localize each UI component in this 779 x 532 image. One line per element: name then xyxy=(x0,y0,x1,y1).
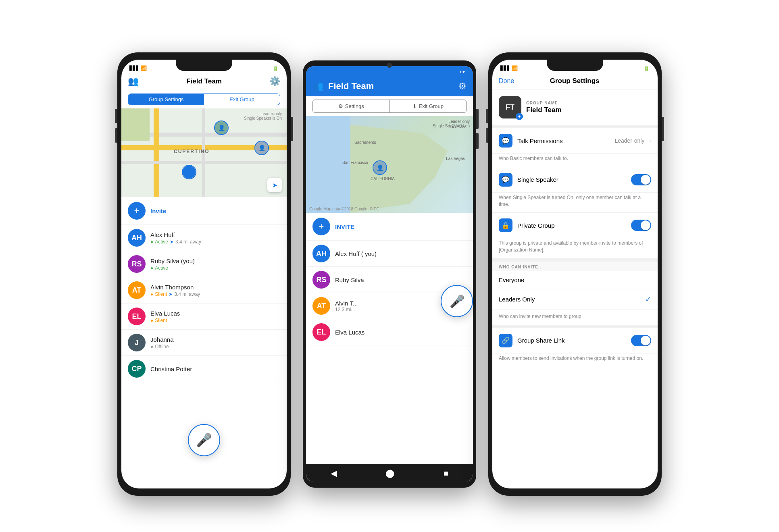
invite-row[interactable]: + Invite xyxy=(121,197,287,225)
everyone-label: Everyone xyxy=(499,276,524,283)
android-info-elva: Elva Lucas xyxy=(335,329,467,336)
talk-permissions-section: 💬 Talk Permissions Leader-only › Who Bas… xyxy=(492,128,658,167)
chevron-icon: › xyxy=(649,137,651,144)
android-home-btn[interactable]: ⬤ xyxy=(385,468,394,478)
header-title: Field Team xyxy=(186,77,222,85)
leaders-only-option[interactable]: Leaders Only ✓ xyxy=(492,289,658,310)
screenshot-container: ▋▋▋ 📶 🔋 👥 Field Team ⚙️ Group Settings E… xyxy=(8,8,771,532)
member-name-alvin: Alvin Thompson xyxy=(150,284,280,291)
android-settings-tab[interactable]: ⚙ Settings xyxy=(313,100,390,112)
android-settings-icon[interactable]: ⚙ xyxy=(458,81,467,91)
member-row[interactable]: EL Elva Lucas ● Silent xyxy=(121,303,287,330)
signal-icon: ▋▋▋ xyxy=(129,66,139,71)
settings-status-left: ▋▋▋ 📶 xyxy=(500,65,518,71)
share-link-row[interactable]: 🔗 Group Share Link xyxy=(492,328,658,353)
settings-volume-down[interactable] xyxy=(486,128,488,143)
status-text-3: Offline xyxy=(155,344,169,349)
avatar-christina: CP xyxy=(128,360,146,378)
member-row[interactable]: RS Ruby Silva (you) ● Active xyxy=(121,251,287,277)
android-exit-label: Exit Group xyxy=(419,103,444,109)
android-recents-btn[interactable]: ■ xyxy=(444,469,448,478)
battery-icon: 🔋 xyxy=(273,66,279,71)
distance-text: 3.4 mi away xyxy=(175,239,201,245)
wifi-icon: 📶 xyxy=(140,65,147,71)
android-badge-line2: Single Speaker is on xyxy=(433,124,470,128)
android-invite-row[interactable]: + INVITE xyxy=(306,213,473,241)
single-speaker-row[interactable]: 💬 Single Speaker xyxy=(492,167,658,193)
mic-overlay[interactable]: 🎤 xyxy=(188,424,220,456)
android-segment-control[interactable]: ⚙ Settings ⬇ Exit Group xyxy=(312,100,467,113)
share-link-section: 🔗 Group Share Link Allow members to send… xyxy=(492,328,658,367)
android-member-row-elva[interactable]: EL Elva Lucas xyxy=(306,319,473,345)
settings-wifi: 📶 xyxy=(511,65,518,71)
talk-permissions-icon: 💬 xyxy=(499,134,512,148)
done-button[interactable]: Done xyxy=(499,77,514,85)
everyone-option[interactable]: Everyone xyxy=(492,271,658,289)
member-name-alex: Alex Huff xyxy=(150,231,280,238)
group-avatar[interactable]: FT + xyxy=(499,96,521,118)
segment-control[interactable]: Group Settings Exit Group xyxy=(128,94,280,105)
group-name-value[interactable]: Field Team xyxy=(526,106,651,114)
california-label: CALIFORNIA xyxy=(371,177,395,181)
member-row[interactable]: AH Alex Huff ● Active ➤ 3.4 mi away xyxy=(121,225,287,251)
android-app-header: 👥 Field Team ⚙ xyxy=(306,76,473,96)
location-button[interactable]: ➤ xyxy=(267,178,282,192)
android-avatar-elva: EL xyxy=(312,323,330,341)
volume-up-button[interactable] xyxy=(115,109,117,123)
talk-permissions-label: Talk Permissions xyxy=(517,137,610,144)
phone-1-screen: ▋▋▋ 📶 🔋 👥 Field Team ⚙️ Group Settings E… xyxy=(121,60,287,488)
avatar-alvin: AT xyxy=(128,281,146,299)
checkmark-icon: ✓ xyxy=(645,295,651,304)
app-header: 👥 Field Team ⚙️ xyxy=(121,73,287,90)
android-member-row-alex[interactable]: AH Alex Huff ( you) xyxy=(306,241,473,267)
phone-2-android: ▪ ▾ 👥 Field Team ⚙ ⚙ Settings ⬇ Exit Gro… xyxy=(303,60,476,488)
talk-permissions-desc: Who Basic members can talk to. xyxy=(492,154,658,167)
share-link-icon: 🔗 xyxy=(499,334,512,347)
android-status-right: ▪ ▾ xyxy=(460,69,465,75)
phone-3-settings: ▋▋▋ 📶 🔋 Done Group Settings FT + xyxy=(488,52,662,496)
mic-icon: 🎤 xyxy=(196,432,212,448)
status-text: Active xyxy=(155,265,168,271)
android-back-btn[interactable]: ◀ xyxy=(331,468,337,478)
android-info-alex: Alex Huff ( you) xyxy=(335,250,467,257)
settings-notch xyxy=(547,60,603,71)
group-settings-tab[interactable]: Group Settings xyxy=(128,94,204,105)
android-avatar-alvin: AT xyxy=(312,297,330,315)
group-name-section: FT + GROUP NAME Field Team xyxy=(492,89,658,128)
settings-volume-up[interactable] xyxy=(486,109,488,123)
group-icon: 👥 xyxy=(128,76,139,87)
single-speaker-toggle[interactable] xyxy=(631,174,651,185)
exit-group-tab[interactable]: Exit Group xyxy=(204,94,280,105)
android-volume-button[interactable] xyxy=(476,133,479,149)
member-row[interactable]: CP Christina Potter xyxy=(121,356,287,382)
member-list: AH Alex Huff ● Active ➤ 3.4 mi away RS xyxy=(121,225,287,382)
talk-permissions-row[interactable]: 💬 Talk Permissions Leader-only › xyxy=(492,128,658,154)
member-status-ruby: ● Active xyxy=(150,265,280,271)
android-power-button[interactable] xyxy=(476,109,479,129)
android-mic-overlay[interactable]: 🎤 xyxy=(441,285,473,317)
single-speaker-icon: 💬 xyxy=(499,173,512,187)
member-name-elva: Elva Lucas xyxy=(150,310,280,317)
add-photo-button[interactable]: + xyxy=(516,113,523,120)
android-exit-tab[interactable]: ⬇ Exit Group xyxy=(390,100,467,112)
private-group-row[interactable]: 🔒 Private Group xyxy=(492,213,658,238)
distance-alvin: 3.4 mi away xyxy=(174,291,200,297)
android-member-row-alvin[interactable]: AT Alvin T... 12.3 mi... 🎤 xyxy=(306,293,473,319)
settings-status-right: 🔋 xyxy=(644,66,650,71)
private-group-toggle[interactable] xyxy=(631,220,651,231)
map-pin-1: 👤 xyxy=(214,121,229,135)
share-link-label: Group Share Link xyxy=(517,337,626,344)
member-row[interactable]: AT Alvin Thompson ● Silent ➤ 3.4 mi away xyxy=(121,277,287,303)
android-member-list: AH Alex Huff ( you) RS Ruby Silva AT Alv… xyxy=(306,241,473,345)
share-link-toggle[interactable] xyxy=(631,335,651,346)
member-status-alex: ● Active ➤ 3.4 mi away xyxy=(150,239,280,245)
android-avatar-ruby: RS xyxy=(312,271,330,289)
avatar-johanna: J xyxy=(128,334,146,351)
member-row[interactable]: J Johanna ● Offline xyxy=(121,330,287,356)
volume-down-button[interactable] xyxy=(115,128,117,143)
status-dot-3: ● xyxy=(150,344,153,349)
settings-gear-icon[interactable]: ⚙️ xyxy=(269,76,280,87)
who-invite-header: WHO CAN INVITE.. xyxy=(492,262,658,271)
settings-power[interactable] xyxy=(662,117,664,141)
power-button[interactable] xyxy=(291,117,293,141)
